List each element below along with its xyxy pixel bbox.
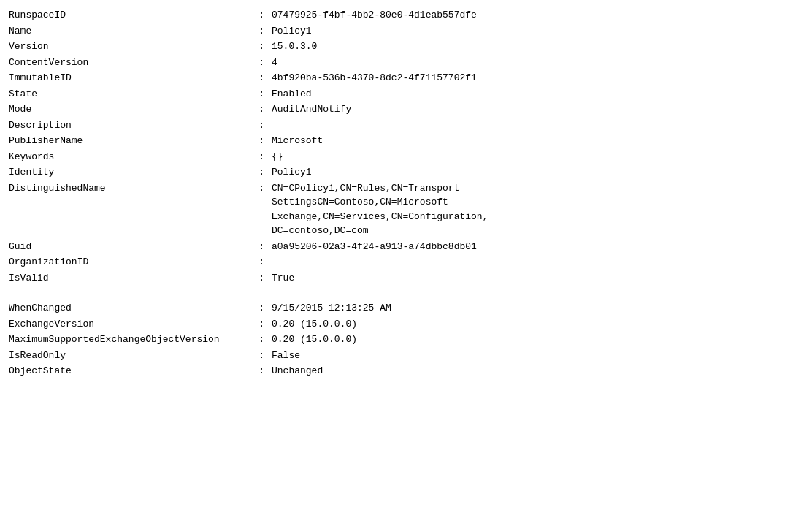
property-value: Policy1 [272, 164, 803, 180]
property-value: 4 [272, 55, 803, 71]
table-row: DistinguishedName: CN=CPolicy1,CN=Rules,… [9, 180, 803, 239]
property-label: ContentVersion [9, 55, 257, 71]
properties-table: RunspaceID: 07479925-f4bf-4bb2-80e0-4d1e… [9, 7, 803, 379]
table-row: WhenChanged: 9/15/2015 12:13:25 AM [9, 300, 803, 316]
property-value: Enabled [272, 86, 803, 102]
table-row: Name: Policy1 [9, 23, 803, 39]
property-label: Mode [9, 102, 257, 118]
property-value: False [272, 348, 803, 364]
property-colon: : [257, 55, 272, 71]
property-value: 0.20 (15.0.0.0) [272, 332, 803, 348]
property-value: True [272, 270, 803, 286]
property-colon: : [257, 316, 272, 332]
table-row: IsValid: True [9, 270, 803, 286]
property-colon: : [257, 118, 272, 134]
table-row: State: Enabled [9, 86, 803, 102]
property-colon: : [257, 133, 272, 149]
property-label: Name [9, 23, 257, 39]
property-colon: : [257, 70, 272, 86]
property-label: Description [9, 118, 257, 134]
property-colon: : [257, 254, 272, 270]
table-row: Description: [9, 118, 803, 134]
table-row: Guid: a0a95206-02a3-4f24-a913-a74dbbc8db… [9, 239, 803, 255]
property-value: Unchanged [272, 363, 803, 379]
property-value: 07479925-f4bf-4bb2-80e0-4d1eab557dfe [272, 7, 803, 23]
property-value: 9/15/2015 12:13:25 AM [272, 300, 803, 316]
property-label: WhenChanged [9, 300, 257, 316]
property-label: PublisherName [9, 133, 257, 149]
property-label: Guid [9, 239, 257, 255]
table-row: ContentVersion: 4 [9, 55, 803, 71]
property-value: 4bf920ba-536b-4370-8dc2-4f71157702f1 [272, 70, 803, 86]
property-label: Version [9, 39, 257, 55]
table-row: Identity: Policy1 [9, 164, 803, 180]
property-colon: : [257, 102, 272, 118]
property-label: ImmutableID [9, 70, 257, 86]
property-colon: : [257, 149, 272, 165]
property-label: Keywords [9, 149, 257, 165]
property-colon: : [257, 23, 272, 39]
property-value: CN=CPolicy1,CN=Rules,CN=Transport Settin… [272, 180, 803, 239]
table-row: Keywords: {} [9, 149, 803, 165]
property-colon: : [257, 86, 272, 102]
property-value: AuditAndNotify [272, 102, 803, 118]
property-label: State [9, 86, 257, 102]
property-value: 0.20 (15.0.0.0) [272, 316, 803, 332]
property-label: ExchangeVersion [9, 316, 257, 332]
table-row: RunspaceID: 07479925-f4bf-4bb2-80e0-4d1e… [9, 7, 803, 23]
property-colon: : [257, 332, 272, 348]
property-colon: : [257, 270, 272, 286]
table-row: ObjectState: Unchanged [9, 363, 803, 379]
property-label: IsReadOnly [9, 348, 257, 364]
property-value: Policy1 [272, 23, 803, 39]
property-value: Microsoft [272, 133, 803, 149]
table-row: OrganizationID: [9, 254, 803, 270]
property-colon: : [257, 7, 272, 23]
table-row: ExchangeVersion: 0.20 (15.0.0.0) [9, 316, 803, 332]
property-value [272, 254, 803, 270]
property-value: 15.0.3.0 [272, 39, 803, 55]
property-label: ObjectState [9, 363, 257, 379]
property-colon: : [257, 239, 272, 255]
property-label: IsValid [9, 270, 257, 286]
table-row: Mode: AuditAndNotify [9, 102, 803, 118]
property-value: a0a95206-02a3-4f24-a913-a74dbbc8db01 [272, 239, 803, 255]
property-label: Identity [9, 164, 257, 180]
table-row: PublisherName: Microsoft [9, 133, 803, 149]
property-label: DistinguishedName [9, 180, 257, 239]
table-row: MaximumSupportedExchangeObjectVersion: 0… [9, 332, 803, 348]
table-row: Version: 15.0.3.0 [9, 39, 803, 55]
property-value: {} [272, 149, 803, 165]
property-colon: : [257, 300, 272, 316]
property-label: MaximumSupportedExchangeObjectVersion [9, 332, 257, 348]
property-colon: : [257, 180, 272, 239]
property-colon: : [257, 164, 272, 180]
property-value [272, 118, 803, 134]
property-label: RunspaceID [9, 7, 257, 23]
property-colon: : [257, 39, 272, 55]
property-colon: : [257, 363, 272, 379]
property-colon: : [257, 348, 272, 364]
property-label: OrganizationID [9, 254, 257, 270]
table-row: IsReadOnly: False [9, 348, 803, 364]
table-row: ImmutableID: 4bf920ba-536b-4370-8dc2-4f7… [9, 70, 803, 86]
